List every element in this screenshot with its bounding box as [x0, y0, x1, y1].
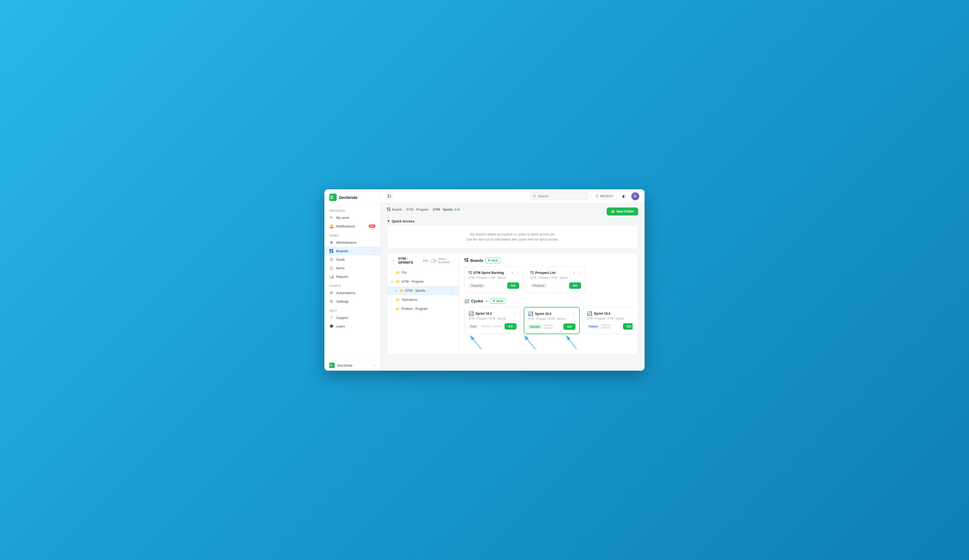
svg-rect-5: [330, 252, 331, 253]
star-icon[interactable]: ★: [485, 299, 488, 303]
cycle-card-title: Sprint 10.3: [535, 312, 570, 316]
quick-access-header[interactable]: ▼ Quick Access: [387, 219, 638, 223]
go-button[interactable]: GO: [569, 282, 581, 289]
tree-item-operations[interactable]: › 📁 Operations ⋮: [387, 295, 459, 304]
toggle-switch[interactable]: [430, 259, 436, 263]
main-content: 🕐 RECENT ◐ U Bo: [380, 189, 644, 371]
user-avatar[interactable]: U: [631, 192, 639, 200]
tree-item-product-program[interactable]: › 📁 Product - Program ⋮: [387, 304, 459, 313]
config-section-label: CONFIG: [325, 281, 380, 289]
sidebar-item-workstreams[interactable]: ❖ Workstreams: [325, 238, 380, 247]
svg-line-29: [470, 336, 481, 349]
settings-icon: ⚙: [329, 299, 333, 304]
breadcrumb-program[interactable]: GTM - Program: [406, 208, 428, 211]
sidebar-item-settings[interactable]: ⚙ Settings: [325, 297, 380, 306]
sidebar-item-label: Learn: [336, 324, 345, 328]
tree-item-gtm-program[interactable]: ▼ 📁 GTM - Program ⋮: [387, 277, 459, 286]
help-section-label: HELP: [325, 306, 380, 313]
svg-rect-22: [470, 273, 472, 274]
page-content: Boards › GTM - Program › GTM - Sprints E…: [380, 203, 644, 371]
show-archived-toggle[interactable]: Show Archived: [430, 258, 455, 264]
svg-rect-2: [330, 249, 331, 251]
main-panel: ‹ GTM - SPRINTS Edit Show Archived ›: [387, 253, 638, 355]
views-section-label: VIEWS: [325, 230, 380, 238]
app-header: 🕐 RECENT ◐ U: [380, 189, 644, 203]
new-folder-button[interactable]: 📂 New Folder: [607, 208, 638, 216]
annotation-arrows: [465, 331, 633, 350]
tree-item-name: Operations: [401, 298, 448, 302]
tree-edit-link[interactable]: Edit: [423, 259, 428, 262]
sidebar-item-support[interactable]: ? Support: [325, 313, 380, 322]
go-button[interactable]: GO: [623, 323, 633, 330]
svg-text:D: D: [330, 195, 333, 200]
cycle-card-path: GTM - Program / GTM - Sprints: [587, 317, 633, 320]
date-range: 20/04/24 - 03/05/24: [543, 324, 562, 329]
sidebar-item-automations[interactable]: ⚙ Automations: [325, 289, 380, 297]
svg-rect-15: [387, 210, 388, 211]
clock-icon: 🕐: [595, 194, 599, 198]
boards-icon: [329, 249, 333, 253]
star-icon[interactable]: ★: [573, 271, 576, 275]
tree-panel: ‹ GTM - SPRINTS Edit Show Archived ›: [387, 253, 459, 354]
sidebar-item-gantt[interactable]: ☰ Gantt: [325, 255, 380, 264]
folder-icon: 📁: [396, 298, 400, 302]
breadcrumb-sep-2: ›: [430, 208, 431, 211]
tree-back-button[interactable]: ‹: [391, 258, 396, 263]
new-board-button[interactable]: ✚ NEW: [485, 258, 501, 263]
more-options-icon[interactable]: ⋮: [449, 288, 455, 293]
more-options-icon[interactable]: ⋮: [513, 311, 516, 316]
sidebar-item-my-work[interactable]: ✎ My work: [325, 213, 380, 222]
sidebar-item-label: Automations: [336, 291, 355, 295]
sidebar-bottom: D DevStride ›: [325, 360, 380, 371]
svg-rect-21: [470, 271, 472, 272]
chevron-right-icon: ›: [391, 271, 394, 274]
logo[interactable]: D DevStride: [325, 189, 380, 206]
sidebar-item-boards[interactable]: Boards ›: [325, 247, 380, 255]
search-box[interactable]: [529, 193, 588, 200]
new-cycle-button[interactable]: ✚ NEW: [490, 298, 506, 304]
chevron-down-icon: ▼: [391, 280, 394, 283]
sidebar-item-label: Items: [336, 266, 345, 270]
breadcrumb-edit-link[interactable]: Edit: [455, 208, 460, 211]
expand-icon: [388, 194, 391, 198]
plus-icon: ✚: [488, 259, 490, 262]
chevron-right-icon: ›: [374, 363, 375, 367]
go-button[interactable]: GO: [504, 323, 516, 330]
go-button[interactable]: GO: [563, 324, 576, 330]
svg-rect-8: [388, 194, 389, 198]
breadcrumb-boards[interactable]: Boards: [392, 208, 402, 211]
svg-rect-13: [389, 208, 390, 209]
date-range: 06/04/24 - 19/04/24: [481, 325, 502, 328]
sidebar-item-learn[interactable]: 🎓 Learn: [325, 322, 380, 331]
cycle-card-footer: Past 06/04/24 - 19/04/24 GO: [468, 323, 516, 330]
go-button[interactable]: GO: [507, 282, 519, 289]
tree-item-filo[interactable]: › 📁 Filo ⋮: [387, 268, 459, 277]
search-input[interactable]: [538, 194, 584, 198]
more-options-icon[interactable]: ⋮: [572, 312, 576, 316]
expand-button[interactable]: [386, 193, 393, 200]
breadcrumb-sep-1: ›: [404, 208, 405, 211]
svg-rect-18: [466, 260, 468, 262]
more-options-icon[interactable]: ⋮: [631, 311, 633, 316]
sidebar-item-reports[interactable]: 📊 Reports: [325, 272, 380, 281]
tree-item-name: GTM - Program: [401, 280, 448, 284]
more-options-icon[interactable]: ⋮: [577, 271, 581, 275]
board-card-path: GTM - Program / GTM - Sprints: [468, 276, 519, 279]
learn-icon: 🎓: [329, 324, 333, 328]
tree-item-gtm-sprints[interactable]: ▼ 📁 GTM - Sprints ⋮: [387, 286, 459, 295]
new-label: NEW: [491, 259, 498, 262]
more-options-icon[interactable]: ⋮: [515, 271, 519, 275]
cycle-icon: 🔃: [465, 299, 469, 303]
theme-toggle-button[interactable]: ◐: [620, 192, 628, 200]
sidebar-item-items[interactable]: ◫ Items: [325, 264, 380, 272]
breadcrumb-current: GTM - Sprints: [433, 208, 453, 211]
recent-button[interactable]: 🕐 RECENT: [591, 193, 617, 200]
status-badge: Current: [528, 324, 542, 329]
collapse-icon: ▼: [387, 219, 390, 223]
cycle-card-title: Sprint 10.4: [594, 312, 629, 316]
star-icon[interactable]: ★: [511, 271, 514, 275]
cycle-card-sprint-10-4: 🔃 Sprint 10.4 ⋮ GTM - Program / GTM - Sp…: [583, 307, 633, 334]
sidebar-bottom-devstride[interactable]: D DevStride ›: [325, 360, 380, 371]
sidebar-item-notifications[interactable]: 🔔 Notifications 99+: [325, 222, 380, 230]
board-tag: Perpetual: [468, 284, 485, 288]
